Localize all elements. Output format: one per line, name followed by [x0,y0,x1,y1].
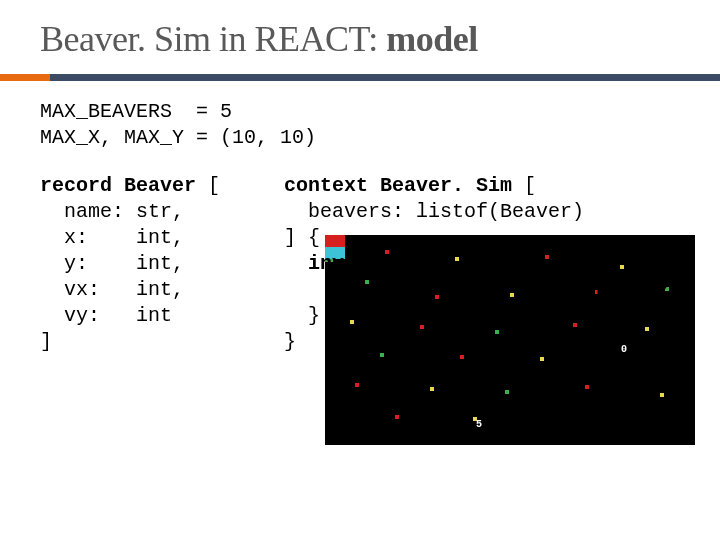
slide-title: Beaver. Sim in REACT: model [40,18,680,60]
sim-dot [460,355,464,359]
accent-navy [50,74,720,81]
sim-dot [505,390,509,394]
sim-dot [540,357,544,361]
accent-divider [0,74,720,81]
code-content: MAX_BEAVERS = 5 MAX_X, MAX_Y = (10, 10) … [40,81,680,355]
accent-orange [0,74,50,81]
context-block: context Beaver. Sim [ beavers: listof(Be… [284,173,680,355]
title-prefix: Beaver. Sim in REACT: [40,19,386,59]
sim-dot [395,415,399,419]
sim-dot [660,393,664,397]
record-block: record Beaver [ name: str, x: int, y: in… [40,173,284,355]
sim-dot [355,383,359,387]
constants-block: MAX_BEAVERS = 5 MAX_X, MAX_Y = (10, 10) [40,99,680,151]
sim-label: 5 [476,418,482,431]
sim-dot [585,385,589,389]
title-bold: model [386,19,478,59]
sim-dot [430,387,434,391]
